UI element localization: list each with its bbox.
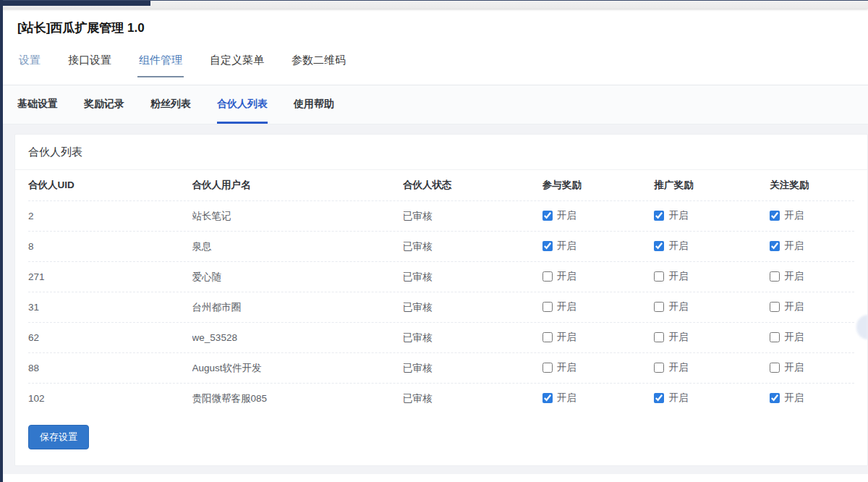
join-reward-toggle[interactable]: 开启: [542, 331, 576, 344]
promo-reward-checkbox[interactable]: [654, 211, 664, 221]
cell-uid: 31: [28, 302, 192, 313]
save-settings-button[interactable]: 保存设置: [28, 425, 89, 449]
promo-reward-toggle[interactable]: 开启: [654, 331, 688, 344]
follow-reward-toggle[interactable]: 开启: [770, 270, 804, 283]
cell-username: 站长笔记: [192, 210, 403, 223]
col-header-promo: 推广奖励: [654, 179, 770, 192]
promo-reward-toggle[interactable]: 开启: [654, 209, 688, 222]
checkbox-label: 开启: [668, 270, 688, 283]
checkbox-label: 开启: [668, 240, 688, 253]
checkbox-label: 开启: [668, 331, 688, 344]
promo-reward-toggle[interactable]: 开启: [654, 300, 688, 313]
browser-active-tab-sliver: [0, 1, 150, 6]
page-header: [站长]西瓜扩展管理 1.0 设置 接口设置 组件管理 自定义菜单 参数二维码: [0, 9, 868, 85]
promo-reward-checkbox[interactable]: [654, 363, 664, 373]
follow-reward-checkbox[interactable]: [770, 332, 780, 342]
checkbox-label: 开启: [784, 209, 804, 222]
follow-reward-toggle[interactable]: 开启: [770, 300, 804, 313]
join-reward-toggle[interactable]: 开启: [542, 209, 576, 222]
cell-status: 已审核: [403, 240, 542, 253]
cell-status: 已审核: [403, 271, 542, 284]
follow-reward-checkbox[interactable]: [770, 271, 780, 282]
cell-uid: 271: [28, 271, 192, 282]
checkbox-label: 开启: [557, 361, 576, 374]
cell-username: August软件开发: [192, 362, 403, 375]
promo-reward-checkbox[interactable]: [654, 271, 664, 282]
col-header-join: 参与奖励: [542, 179, 655, 192]
content-area: 基础设置 奖励记录 粉丝列表 合伙人列表 使用帮助 合伙人列表 合伙人UID 合…: [0, 85, 868, 474]
follow-reward-toggle[interactable]: 开启: [770, 331, 804, 344]
join-reward-checkbox[interactable]: [542, 332, 553, 342]
follow-reward-toggle[interactable]: 开启: [770, 209, 804, 222]
join-reward-toggle[interactable]: 开启: [542, 361, 576, 374]
join-reward-checkbox[interactable]: [542, 271, 553, 282]
table-row: 62 we_53528 已审核 开启 开启 开启: [28, 322, 854, 352]
checkbox-label: 开启: [557, 300, 576, 313]
follow-reward-toggle[interactable]: 开启: [770, 392, 804, 405]
follow-reward-checkbox[interactable]: [770, 363, 780, 373]
join-reward-checkbox[interactable]: [542, 393, 553, 403]
subtab-basic-settings[interactable]: 基础设置: [17, 98, 58, 124]
promo-reward-toggle[interactable]: 开启: [654, 392, 688, 405]
follow-reward-checkbox[interactable]: [770, 241, 780, 251]
promo-reward-toggle[interactable]: 开启: [654, 361, 688, 374]
join-reward-toggle[interactable]: 开启: [542, 240, 576, 253]
checkbox-label: 开启: [557, 331, 576, 344]
promo-reward-toggle[interactable]: 开启: [654, 240, 688, 253]
cell-username: 台州都市圈: [192, 301, 403, 314]
tab-component-mgmt[interactable]: 组件管理: [137, 54, 184, 77]
cell-uid: 88: [28, 363, 192, 373]
cell-uid: 102: [28, 393, 192, 404]
tab-custom-menu[interactable]: 自定义菜单: [208, 54, 265, 77]
follow-reward-toggle[interactable]: 开启: [770, 361, 804, 374]
cell-uid: 62: [28, 332, 192, 343]
page-title: [站长]西瓜扩展管理 1.0: [17, 20, 868, 36]
table-row: 31 台州都市圈 已审核 开启 开启 开启: [28, 292, 854, 322]
promo-reward-checkbox[interactable]: [654, 332, 664, 342]
join-reward-checkbox[interactable]: [542, 211, 553, 221]
card-title: 合伙人列表: [15, 135, 867, 170]
col-header-username: 合伙人用户名: [192, 179, 403, 192]
checkbox-label: 开启: [668, 300, 688, 313]
follow-reward-toggle[interactable]: 开启: [770, 240, 804, 253]
checkbox-label: 开启: [557, 209, 576, 222]
cell-uid: 8: [28, 241, 192, 252]
join-reward-toggle[interactable]: 开启: [542, 300, 576, 313]
promo-reward-checkbox[interactable]: [654, 393, 664, 403]
browser-chrome-bar: [0, 0, 868, 9]
cell-status: 已审核: [403, 331, 542, 344]
checkbox-label: 开启: [668, 209, 688, 222]
table-row: 8 泉息 已审核 开启 开启 开启: [28, 231, 854, 261]
checkbox-label: 开启: [784, 240, 804, 253]
tab-settings[interactable]: 设置: [17, 54, 42, 77]
join-reward-toggle[interactable]: 开启: [542, 270, 576, 283]
join-reward-checkbox[interactable]: [542, 302, 553, 312]
cell-username: 爱心随: [192, 271, 403, 284]
cell-status: 已审核: [403, 392, 542, 405]
checkbox-label: 开启: [668, 392, 688, 405]
tab-api-settings[interactable]: 接口设置: [67, 54, 113, 77]
subtab-fan-list[interactable]: 粉丝列表: [150, 98, 191, 124]
cell-status: 已审核: [403, 210, 542, 223]
promo-reward-checkbox[interactable]: [654, 241, 664, 251]
subtab-partner-list[interactable]: 合伙人列表: [217, 98, 268, 124]
cell-uid: 2: [28, 211, 192, 221]
checkbox-label: 开启: [784, 392, 804, 405]
join-reward-toggle[interactable]: 开启: [542, 392, 576, 405]
subtab-reward-records[interactable]: 奖励记录: [84, 98, 124, 124]
cell-username: 贵阳微帮客服085: [192, 392, 403, 405]
cell-username: 泉息: [192, 240, 403, 253]
checkbox-label: 开启: [557, 270, 576, 283]
subtab-help[interactable]: 使用帮助: [294, 98, 334, 124]
promo-reward-toggle[interactable]: 开启: [654, 270, 688, 283]
col-header-status: 合伙人状态: [403, 179, 542, 192]
follow-reward-checkbox[interactable]: [770, 302, 780, 312]
partner-list-card: 合伙人列表 合伙人UID 合伙人用户名 合伙人状态 参与奖励 推广奖励 关注奖励…: [14, 134, 868, 466]
join-reward-checkbox[interactable]: [542, 241, 553, 251]
tab-param-qrcode[interactable]: 参数二维码: [290, 54, 347, 77]
follow-reward-checkbox[interactable]: [770, 211, 780, 221]
join-reward-checkbox[interactable]: [542, 363, 553, 373]
follow-reward-checkbox[interactable]: [770, 393, 780, 403]
promo-reward-checkbox[interactable]: [654, 302, 664, 312]
col-header-follow: 关注奖励: [770, 179, 854, 192]
